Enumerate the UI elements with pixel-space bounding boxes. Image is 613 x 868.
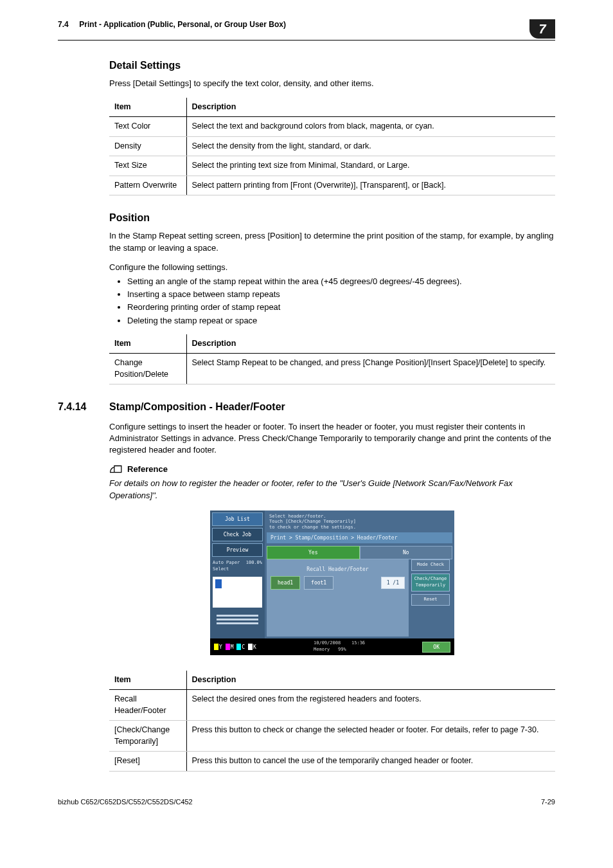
col-item: Item	[109, 98, 186, 117]
position-intro: In the Stamp Repeat setting screen, pres…	[109, 230, 555, 253]
no-tab[interactable]: No	[360, 546, 453, 559]
header-section-title: Print - Application (Public, Personal, o…	[79, 20, 286, 29]
reset-button[interactable]: Reset	[411, 594, 450, 606]
breadcrumb-bar: Print > Stamp/Composition > Header/Foote…	[267, 532, 452, 543]
table-row: [Reset]Press this button to cancel the u…	[109, 752, 555, 772]
preview-button[interactable]: Preview	[212, 543, 263, 557]
list-item: Setting an angle of the stamp repeat wit…	[127, 276, 555, 287]
ymck-indicator: Y M C K	[214, 644, 256, 651]
position-table: Item Description Change Position/DeleteS…	[109, 334, 555, 385]
check-job-button[interactable]: Check Job	[212, 528, 263, 541]
yes-tab[interactable]: Yes	[267, 546, 360, 559]
footer-model: bizhub C652/C652DS/C552/C552DS/C452	[58, 797, 193, 807]
col-desc: Description	[186, 671, 555, 690]
table-row: [Check/Change Temporarily]Press this but…	[109, 721, 555, 752]
reference-label: Reference	[127, 464, 168, 475]
job-list-button[interactable]: Job List	[212, 512, 263, 526]
list-item: Reordering printing order of stamp repea…	[127, 302, 555, 313]
position-config: Configure the following settings.	[109, 262, 555, 273]
table-row: Text ColorSelect the text and background…	[109, 117, 555, 137]
preview-thumbnail	[213, 577, 262, 608]
list-item: Deleting the stamp repeat or space	[127, 315, 555, 327]
table-row: DensitySelect the density from the light…	[109, 136, 555, 156]
detail-settings-heading: Detail Settings	[109, 59, 555, 73]
col-desc: Description	[186, 334, 555, 354]
col-item: Item	[109, 671, 186, 690]
time-label: 15:36	[351, 640, 365, 646]
detail-settings-table: Item Description Text ColorSelect the te…	[109, 98, 555, 196]
chapter-tab: 7	[529, 19, 555, 39]
col-item: Item	[109, 334, 186, 354]
stamp-comp-table: Item Description Recall Header/FooterSel…	[109, 671, 555, 772]
table-row: Change Position/DeleteSelect Stamp Repea…	[109, 354, 555, 384]
col-desc: Description	[186, 98, 555, 117]
memory-pct: 99%	[338, 647, 346, 652]
date-label: 10/09/2008	[314, 640, 341, 646]
recall-header-label: Recall Header/Footer	[271, 563, 405, 575]
table-row: Recall Header/FooterSelect the desired o…	[109, 690, 555, 721]
header-section-num: 7.4	[58, 20, 69, 29]
subsection-num: 7.4.14	[58, 400, 109, 414]
footer-page: 7-29	[541, 797, 555, 807]
auto-paper-label: Auto Paper Select	[213, 560, 246, 573]
reference-icon	[109, 464, 123, 475]
detail-settings-intro: Press [Detail Settings] to specify the t…	[109, 78, 555, 89]
page-indicator: 1 /1	[381, 577, 405, 589]
head1-button[interactable]: head1	[271, 576, 300, 590]
zoom-label: 100.0%	[246, 560, 262, 573]
foot1-button[interactable]: foot1	[304, 576, 333, 590]
table-row: Pattern OverwriteSelect pattern printing…	[109, 176, 555, 195]
mode-check-button[interactable]: Mode Check	[411, 559, 450, 571]
instruction-text: Select header/footer. Touch [Check/Chang…	[267, 512, 452, 531]
position-heading: Position	[109, 211, 555, 225]
table-row: Text SizeSelect the printing text size f…	[109, 156, 555, 176]
check-change-temp-button[interactable]: Check/Change Temporarily	[411, 574, 450, 592]
list-item: Inserting a space between stamp repeats	[127, 289, 555, 300]
reference-text: For details on how to register the heade…	[109, 478, 555, 501]
position-bullets: Setting an angle of the stamp repeat wit…	[109, 276, 555, 327]
subsection-title: Stamp/Composition - Header/Footer	[109, 400, 285, 414]
device-screenshot: Job List Check Job Preview Auto Paper Se…	[210, 511, 454, 655]
memory-label: Memory	[314, 647, 330, 652]
stamp-comp-intro: Configure settings to insert the header …	[109, 421, 555, 457]
ok-button[interactable]: OK	[422, 642, 450, 653]
